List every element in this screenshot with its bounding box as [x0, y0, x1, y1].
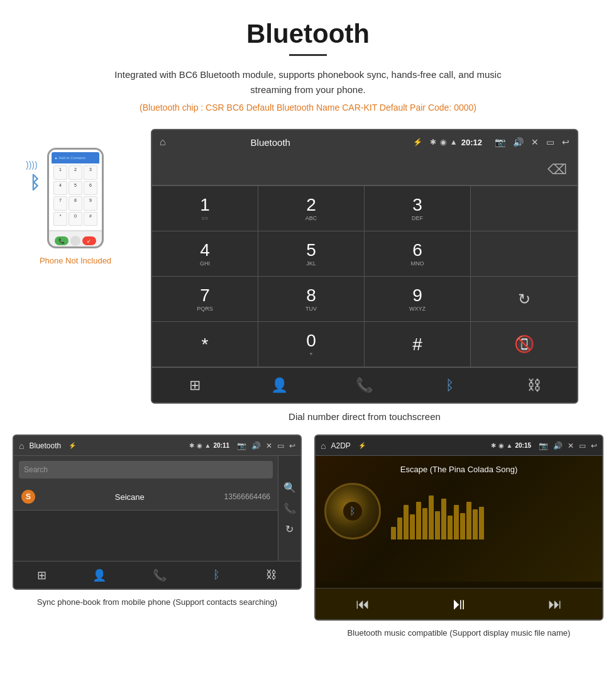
close-icon: ✕ [531, 137, 539, 147]
phone-key: 1 [53, 165, 67, 180]
ms-camera-icon: 📷 [539, 441, 548, 450]
ms-win-icon: ▭ [579, 441, 586, 450]
phone-body: ▲ Add to Contacts 1 2 3 4 5 6 7 8 9 * 0 [47, 148, 104, 248]
page-title: Bluetooth [13, 19, 603, 49]
pb-side-icons-area: 🔍 📞 ↻ [278, 456, 300, 561]
dial-key-4[interactable]: 4 GHI [152, 231, 258, 277]
pb-bt-icon: ✱ [189, 442, 194, 449]
dial-key-sub: JKL [306, 260, 316, 267]
dial-key-hash[interactable]: # [365, 322, 471, 367]
dial-key-sub: WXYZ [409, 306, 426, 312]
dial-key-main: 8 [306, 287, 316, 304]
pb-side-search-icon[interactable]: 🔍 [283, 482, 296, 494]
pb-close-icon: ✕ [266, 441, 272, 450]
call-end-icon: 📵 [514, 335, 534, 354]
dial-key-main: 5 [306, 241, 316, 259]
dial-key-star[interactable]: * [152, 322, 258, 367]
pb-signal-icon: ▲ [205, 442, 211, 449]
pb-camera-icon: 📷 [237, 441, 246, 450]
dial-key-9[interactable]: 9 WXYZ [365, 277, 471, 322]
ms-loc-icon: ◉ [498, 442, 504, 449]
pb-empty-area [14, 511, 278, 561]
dial-key-refresh[interactable]: ↻ [471, 277, 577, 322]
ms-album-art: ᛒ [324, 483, 381, 539]
dial-key-1[interactable]: 1 ○○ [152, 186, 258, 231]
ms-screen-title: A2DP [331, 441, 350, 450]
nav-grid-icon[interactable]: ⊞ [182, 373, 207, 398]
nav-person-icon[interactable]: 👤 [267, 373, 292, 398]
pb-search-bar[interactable]: Search [19, 461, 273, 479]
window-icon: ▭ [546, 137, 554, 147]
backspace-button[interactable]: ⌫ [547, 162, 567, 178]
phone-key: 6 [84, 181, 97, 196]
dial-key-main: 3 [412, 196, 422, 214]
ms-play-icon[interactable]: ⏯ [451, 594, 467, 614]
bt-status-icon: ✱ [430, 138, 436, 147]
pb-nav-bt-icon[interactable]: ᛒ [213, 568, 220, 582]
dial-android-screen: ⌂ Bluetooth ⚡ ✱ ◉ ▲ 20:12 📷 🔊 ✕ ▭ ↩ ⌫ [151, 129, 578, 404]
dial-key-sub: TUV [305, 306, 317, 312]
pb-navbar: ⊞ 👤 📞 ᛒ ⛓ [14, 561, 300, 589]
pb-side-phone-icon[interactable]: 📞 [283, 502, 296, 514]
phone-screen-top: ▲ Add to Contacts [52, 152, 99, 163]
music-caption-text: Bluetooth music compatible (Support disp… [348, 628, 571, 638]
dial-key-main: # [412, 336, 422, 353]
dial-key-3[interactable]: 3 DEF [365, 186, 471, 231]
nav-link-icon[interactable]: ⛓ [522, 373, 547, 398]
dial-topbar: ⌂ Bluetooth ⚡ ✱ ◉ ▲ 20:12 📷 🔊 ✕ ▭ ↩ [152, 130, 577, 154]
dial-key-sub: MNO [411, 260, 424, 267]
ms-equalizer [391, 483, 593, 539]
phonebook-caption-text: Sync phone-book from mobile phone (Suppo… [37, 597, 277, 607]
nav-bt-icon[interactable]: ᛒ [437, 373, 462, 398]
ms-next-icon[interactable]: ⏭ [548, 596, 562, 612]
phone-screen: ▲ Add to Contacts 1 2 3 4 5 6 7 8 9 * 0 [49, 150, 102, 231]
phone-key: 4 [53, 181, 67, 196]
pb-nav-link-icon[interactable]: ⛓ [266, 568, 277, 582]
pb-nav-phone-icon[interactable]: 📞 [153, 568, 167, 582]
pb-nav-person-icon[interactable]: 👤 [92, 568, 106, 582]
dial-key-sub: ○○ [202, 215, 209, 221]
dial-screen-container: ⌂ Bluetooth ⚡ ✱ ◉ ▲ 20:12 📷 🔊 ✕ ▭ ↩ ⌫ [151, 129, 578, 434]
pb-side-refresh-icon[interactable]: ↻ [285, 523, 294, 535]
pb-contact-row[interactable]: S Seicane 13566664466 [14, 484, 278, 511]
wifi-waves-icon: )))) [22, 160, 38, 169]
dial-key-empty-2 [471, 231, 577, 277]
phone-key: 9 [84, 196, 97, 211]
dial-key-6[interactable]: 6 MNO [365, 231, 471, 277]
dial-key-main: 4 [200, 241, 210, 259]
dial-key-call-end[interactable]: 📵 [471, 322, 577, 367]
dial-key-0[interactable]: 0 + [258, 322, 365, 367]
ms-album-inner: ᛒ [343, 502, 362, 521]
phone-section: )))) ᛒ ▲ Add to Contacts 1 2 3 4 5 6 7 [13, 129, 138, 265]
dial-key-main: 7 [200, 287, 210, 304]
ms-content: Escape (The Pina Colada Song) ᛒ [316, 456, 602, 582]
phone-key: 7 [53, 196, 67, 211]
dial-key-empty-1 [471, 186, 577, 231]
eq-bar [422, 508, 427, 539]
dial-key-7[interactable]: 7 PQRS [152, 277, 258, 322]
dial-key-5[interactable]: 5 JKL [258, 231, 365, 277]
pb-nav-grid-icon[interactable]: ⊞ [37, 568, 47, 582]
dial-key-8[interactable]: 8 TUV [258, 277, 365, 322]
eq-bar [460, 513, 465, 539]
ms-prev-icon[interactable]: ⏮ [356, 596, 370, 612]
refresh-icon: ↻ [518, 290, 531, 308]
ms-bt-icon: ✱ [491, 442, 496, 449]
eq-bar [435, 511, 440, 539]
ms-close-icon: ✕ [568, 441, 574, 450]
dial-key-main: * [202, 336, 209, 353]
ms-song-title: Escape (The Pina Colada Song) [400, 465, 517, 474]
eq-bar [416, 502, 421, 539]
pb-contact-avatar: S [21, 490, 35, 504]
eq-bar [448, 516, 453, 539]
phone-key: 8 [69, 196, 82, 211]
phonebook-block: ⌂ Bluetooth ⚡ ✱ ◉ ▲ 20:11 📷 🔊 ✕ ▭ ↩ [13, 434, 302, 639]
dial-key-main: 6 [412, 241, 422, 259]
phone-key: 3 [84, 165, 97, 180]
nav-phone-icon[interactable]: 📞 [352, 373, 377, 398]
dial-key-2[interactable]: 2 ABC [258, 186, 365, 231]
home-icon: ⌂ [160, 136, 166, 148]
pb-screen-title: Bluetooth [29, 441, 61, 450]
ms-usb-icon: ⚡ [358, 442, 366, 449]
pb-usb-icon: ⚡ [69, 442, 76, 449]
